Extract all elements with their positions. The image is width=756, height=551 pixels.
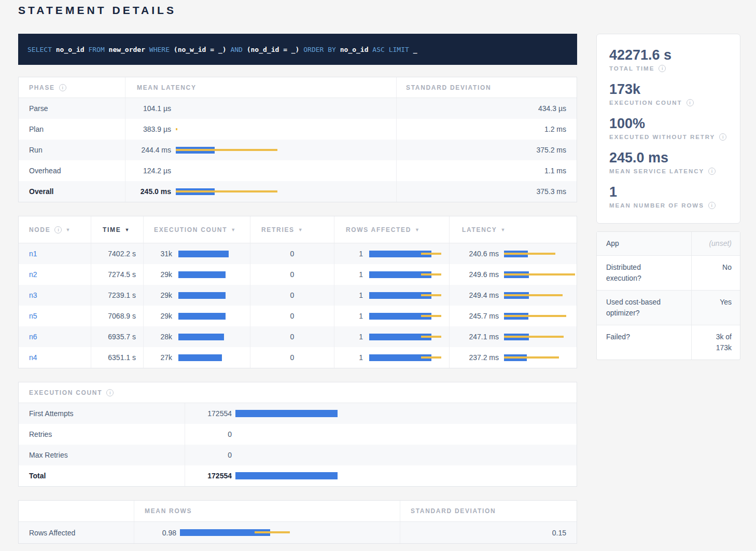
rows-affected-value: 1 [334, 353, 363, 362]
mean-latency-value: 124.2 µs [125, 167, 171, 175]
execution-count-table-header: EXECUTION COUNTi [19, 382, 577, 403]
statement-details-panel: App (unset) Distributed execution? No Us… [596, 231, 740, 360]
count-value: 0 [185, 451, 232, 459]
stat-executed-without-retry: 100% EXECUTED WITHOUT RETRYi [609, 115, 727, 141]
info-icon[interactable]: i [687, 99, 694, 106]
summary-stats-card: 42271.6 s TOTAL TIMEi 173k EXECUTION COU… [596, 34, 740, 224]
rows-affected-bar [369, 313, 444, 320]
sql-keyword: SELECT [27, 46, 56, 53]
stat-value: 42271.6 s [609, 47, 727, 63]
mean-rows-column-header: MEAN ROWS [134, 501, 400, 521]
rows-affected-value: 1 [334, 250, 363, 258]
stat-label: EXECUTION COUNT [609, 100, 682, 106]
node-link[interactable]: n5 [29, 312, 37, 320]
mean-latency-column-header: MEAN LATENCY [125, 77, 396, 98]
detail-value: No [722, 262, 732, 273]
rows-affected-bar [369, 292, 444, 299]
node-link[interactable]: n4 [29, 353, 37, 362]
sql-identifier: (no_d_id = _) [247, 46, 300, 53]
info-icon[interactable]: i [719, 133, 726, 141]
info-icon[interactable]: i [708, 202, 716, 209]
time-value: 7239.1 s [91, 285, 143, 306]
sql-identifier: new_order [109, 46, 145, 53]
latency-value: 247.1 ms [455, 333, 499, 341]
rows-affected-bar [369, 354, 444, 361]
sql-identifier: no_o_id [56, 46, 85, 53]
stat-value: 1 [609, 184, 727, 200]
std-dev-value: 375.2 ms [396, 140, 577, 160]
retries-value: 0 [250, 326, 334, 347]
detail-row-cost-based-optimizer: Used cost-based optimizer? Yes [597, 291, 740, 325]
mean-latency-value: 104.1 µs [125, 104, 171, 113]
execution-count-bar [178, 271, 230, 278]
info-icon[interactable]: i [708, 168, 716, 175]
stat-value: 173k [609, 81, 727, 98]
execution-count-value: 31k [144, 250, 172, 258]
stat-mean-number-of-rows: 1 MEAN NUMBER OF ROWSi [609, 184, 727, 209]
rows-affected-value: 1 [334, 312, 363, 320]
execution-count-table: EXECUTION COUNTi First Attempts 172554 R… [18, 382, 577, 487]
rows-affected-bar [369, 334, 444, 340]
retries-value: 0 [250, 264, 334, 285]
retries-value: 0 [250, 347, 334, 368]
node-link[interactable]: n6 [29, 333, 37, 341]
retries-column-header[interactable]: RETRIES▼ [250, 216, 334, 243]
std-dev-value: 1.1 ms [396, 160, 577, 181]
sort-arrow-icon: ▼ [65, 227, 71, 232]
execution-count-column-header[interactable]: EXECUTION COUNT▼ [143, 216, 250, 243]
node-link[interactable]: n2 [29, 270, 37, 279]
row-label: Total [19, 465, 185, 486]
latency-column-header[interactable]: LATENCY▼ [449, 216, 577, 243]
stat-value: 245.0 ms [609, 149, 727, 166]
execution-count-bar [178, 334, 230, 340]
row-label: Max Retries [19, 445, 185, 465]
stat-execution-count: 173k EXECUTION COUNTi [609, 81, 727, 106]
detail-value: 3k of 173k [702, 332, 732, 353]
count-value: 0 [185, 430, 232, 438]
sql-statement: SELECT no_o_id FROM new_order WHERE (no_… [27, 46, 417, 53]
detail-label: Used cost-based optimizer? [606, 297, 669, 319]
sql-statement-box: SELECT no_o_id FROM new_order WHERE (no_… [18, 34, 577, 65]
info-icon[interactable]: i [106, 389, 114, 396]
rows-affected-column-header[interactable]: ROWS AFFECTED▼ [334, 216, 449, 243]
detail-row-failed: Failed? 3k of 173k [597, 325, 740, 360]
execution-count-bar [178, 251, 230, 257]
stat-label: TOTAL TIME [609, 65, 654, 72]
node-link[interactable]: n1 [29, 250, 37, 258]
mean-latency-value: 383.9 µs [125, 125, 171, 133]
count-bar [235, 431, 339, 438]
sort-arrow-icon: ▼ [501, 227, 507, 232]
table-row: Parse 104.1 µs 434.3 µs [19, 98, 577, 119]
sort-arrow-icon: ▼ [231, 227, 236, 232]
table-row: Max Retries 0 [19, 445, 577, 465]
latency-value: 237.2 ms [455, 353, 499, 362]
info-icon[interactable]: i [54, 226, 62, 233]
latency-bar [504, 271, 577, 278]
node-column-header[interactable]: NODEi▼ [19, 216, 91, 243]
execution-count-value: 29k [144, 291, 172, 299]
page-title: STATEMENT DETAILS [18, 4, 740, 17]
info-icon[interactable]: i [59, 84, 66, 91]
time-column-header[interactable]: TIME▼ [91, 216, 143, 243]
side-column: 42271.6 s TOTAL TIMEi 173k EXECUTION COU… [596, 34, 740, 360]
std-dev-value: 0.15 [400, 522, 577, 543]
node-link[interactable]: n3 [29, 291, 37, 299]
stat-mean-service-latency: 245.0 ms MEAN SERVICE LATENCYi [609, 149, 727, 175]
table-row: Run 244.4 ms 375.2 ms [19, 140, 577, 160]
execution-count-bar [178, 292, 230, 299]
std-dev-value: 434.3 µs [396, 98, 577, 119]
table-row: n2 7274.5 s 29k 0 1 249.6 ms [19, 264, 577, 285]
info-icon[interactable]: i [659, 65, 666, 72]
row-label: First Attempts [19, 403, 185, 424]
table-row: Plan 383.9 µs 1.2 ms [19, 119, 577, 140]
phase-label: Plan [19, 119, 125, 140]
detail-row-distributed-execution: Distributed execution? No [597, 256, 740, 291]
statement-details-page: STATEMENT DETAILS SELECT no_o_id FROM ne… [0, 0, 756, 551]
standard-deviation-column-header: STANDARD DEVIATION [400, 501, 577, 521]
sort-arrow-icon: ▼ [124, 227, 130, 232]
sql-keyword: ORDER BY [299, 46, 340, 53]
latency-bar [504, 313, 577, 320]
count-bar [235, 472, 339, 479]
retries-value: 0 [250, 243, 334, 264]
execution-count-bar [178, 354, 230, 361]
